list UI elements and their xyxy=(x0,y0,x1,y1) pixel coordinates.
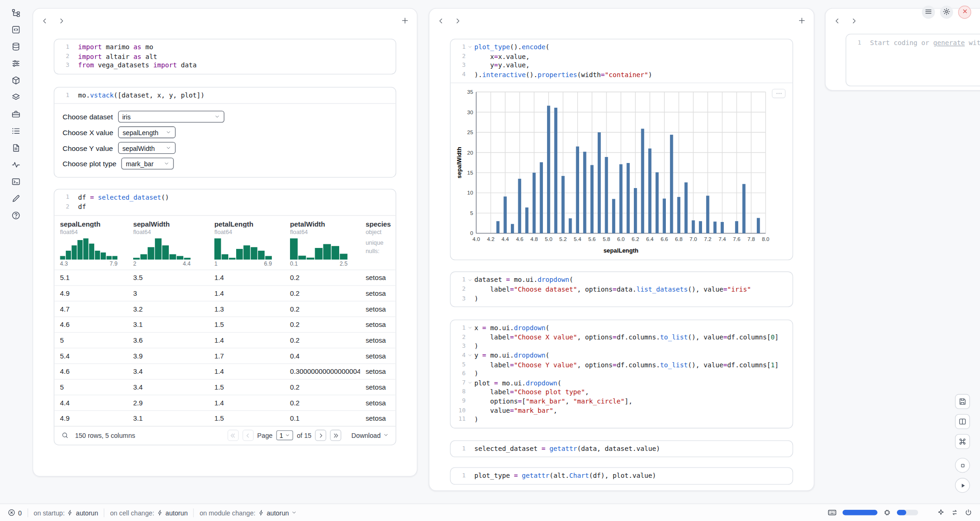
fold-chevron-icon[interactable] xyxy=(465,45,474,50)
code-editor[interactable]: 1mo.vstack([dataset, x, y, plot]) xyxy=(54,87,395,103)
command-palette-button[interactable] xyxy=(955,434,970,449)
chart-options-button[interactable] xyxy=(772,89,786,98)
bar xyxy=(663,199,666,234)
documentation-icon[interactable] xyxy=(9,141,23,154)
table-row[interactable]: 4.63.41.40.30000000000000004setosa xyxy=(54,363,395,379)
code-editor[interactable]: 1df = selected_dataset()2df xyxy=(54,190,395,215)
column-header[interactable]: sepalLengthfloat644.37.9 xyxy=(54,215,128,269)
page-select[interactable]: 1 xyxy=(276,430,293,441)
database-icon[interactable] xyxy=(9,40,23,52)
prev-page-button[interactable] xyxy=(242,430,253,441)
table-row[interactable]: 53.61.40.2setosa xyxy=(54,332,395,348)
line-number: 1 xyxy=(451,324,465,333)
error-count[interactable]: 0 xyxy=(7,508,22,517)
line-number: 1 xyxy=(54,43,69,52)
ai-sparkle-icon[interactable] xyxy=(937,508,945,517)
cell-imports: 1import marimo as mo2import altair as al… xyxy=(54,39,396,74)
table-row[interactable]: 4.93.11.50.1setosa xyxy=(54,410,395,426)
table-summary: 150 rows, 5 columns xyxy=(75,431,135,439)
column-prev-button[interactable] xyxy=(437,17,445,25)
interrupt-button[interactable] xyxy=(955,458,970,473)
fold-chevron-icon[interactable] xyxy=(465,380,474,385)
variables-icon[interactable] xyxy=(9,57,23,70)
code-cell-icon[interactable] xyxy=(9,23,23,36)
layout-button[interactable] xyxy=(955,414,970,429)
autorun-config[interactable]: on cell change:autorun xyxy=(110,509,187,516)
dropdown-select[interactable]: iris xyxy=(118,111,224,123)
line-number: 7 xyxy=(451,378,465,387)
table-row[interactable]: 4.73.21.30.2setosa xyxy=(54,300,395,316)
next-page-button[interactable] xyxy=(315,430,326,441)
search-icon[interactable] xyxy=(61,431,69,439)
code-editor[interactable]: 1x = mo.ui.dropdown(2 label="Choose X va… xyxy=(451,320,793,428)
add-cell-button[interactable] xyxy=(400,16,409,25)
fold-chevron-icon[interactable] xyxy=(465,326,474,331)
save-button[interactable] xyxy=(955,394,970,409)
fold-chevron-icon[interactable] xyxy=(465,278,474,283)
layers-icon[interactable] xyxy=(9,91,23,103)
code-editor[interactable]: 1plot_type().encode(2 x=x.value,3 y=y.va… xyxy=(451,39,793,83)
menu-button[interactable] xyxy=(922,6,935,19)
bar xyxy=(692,221,695,234)
table-header-row: sepalLengthfloat644.37.9sepalWidthfloat6… xyxy=(54,215,395,269)
code-editor[interactable]: 1selected_dataset = getattr(data, datase… xyxy=(451,441,793,456)
bar-chart[interactable]: 4.04.24.44.64.85.05.25.45.65.86.06.26.46… xyxy=(456,87,772,255)
autorun-config[interactable]: on startup:autorun xyxy=(34,509,98,516)
terminal-icon[interactable] xyxy=(9,175,23,188)
packages-icon[interactable] xyxy=(9,74,23,86)
bar xyxy=(533,173,536,234)
svg-text:7.2: 7.2 xyxy=(704,236,711,242)
outline-icon[interactable] xyxy=(9,124,23,137)
code-line: 6) xyxy=(451,369,793,378)
add-cell-button[interactable] xyxy=(798,16,806,25)
column-header[interactable]: sepalWidthfloat6424.4 xyxy=(128,215,209,269)
generate-with-ai-link[interactable]: generate xyxy=(933,39,965,46)
code-editor[interactable]: 1dataset = mo.ui.dropdown(2 label="Choos… xyxy=(451,272,793,306)
column-next-button[interactable] xyxy=(58,17,66,25)
floating-actions xyxy=(955,394,970,493)
power-icon[interactable] xyxy=(964,508,973,517)
last-page-button[interactable] xyxy=(330,430,342,441)
column-prev-button[interactable] xyxy=(833,17,841,25)
run-all-button[interactable] xyxy=(955,478,970,493)
column-header[interactable]: speciesobjectuniquenulls: xyxy=(360,215,396,269)
code-editor[interactable]: 1plot_type = getattr(alt.Chart(df), plot… xyxy=(451,468,793,484)
editor-placeholder[interactable]: Start coding or generate with AI xyxy=(870,38,980,47)
help-icon[interactable] xyxy=(9,209,23,221)
table-row[interactable]: 4.931.40.2setosa xyxy=(54,285,395,301)
table-row[interactable]: 5.13.51.40.2setosa xyxy=(54,269,395,285)
svg-text:4.8: 4.8 xyxy=(530,236,538,242)
settings-button[interactable] xyxy=(940,6,953,19)
gear-icon xyxy=(942,7,951,17)
activity-icon[interactable] xyxy=(9,158,23,171)
keyboard-shortcuts-icon[interactable] xyxy=(827,508,837,517)
scratchpad-icon[interactable] xyxy=(9,192,23,204)
table-row[interactable]: 4.63.11.50.2setosa xyxy=(54,316,395,332)
fold-chevron-icon[interactable] xyxy=(465,353,474,358)
line-number: 1 xyxy=(54,91,69,100)
autorun-config[interactable]: on module change:autorun xyxy=(200,509,297,516)
line-number: 2 xyxy=(54,52,69,61)
dropdown-select[interactable]: sepalLength xyxy=(118,127,176,139)
toolbox-icon[interactable] xyxy=(9,108,23,120)
table-row[interactable]: 53.41.50.2setosa xyxy=(54,379,395,395)
table-row[interactable]: 5.43.91.70.4setosa xyxy=(54,347,395,363)
column-header[interactable]: petalLengthfloat6416.9 xyxy=(209,215,284,269)
dropdown-select[interactable]: mark_bar xyxy=(122,158,174,170)
code-editor[interactable]: 1import marimo as mo2import altair as al… xyxy=(54,39,395,74)
column-header[interactable]: petalWidthfloat640.12.5 xyxy=(284,215,360,269)
bar xyxy=(612,199,615,234)
bar xyxy=(634,189,637,234)
table-row[interactable]: 4.42.91.40.2setosa xyxy=(54,394,395,410)
download-button[interactable]: Download xyxy=(351,431,388,439)
swap-icon[interactable] xyxy=(951,508,959,517)
bar-chart-container[interactable]: 4.04.24.44.64.85.05.25.45.65.86.06.26.46… xyxy=(456,87,789,257)
column-next-button[interactable] xyxy=(454,17,462,25)
first-page-button[interactable] xyxy=(227,430,239,441)
shutdown-button[interactable] xyxy=(958,6,971,19)
column-prev-button[interactable] xyxy=(41,17,49,25)
file-tree-icon[interactable] xyxy=(9,6,23,19)
code-line: 8 label="Choose plot type", xyxy=(451,387,793,397)
column-next-button[interactable] xyxy=(850,17,858,25)
dropdown-select[interactable]: sepalWidth xyxy=(118,142,175,154)
